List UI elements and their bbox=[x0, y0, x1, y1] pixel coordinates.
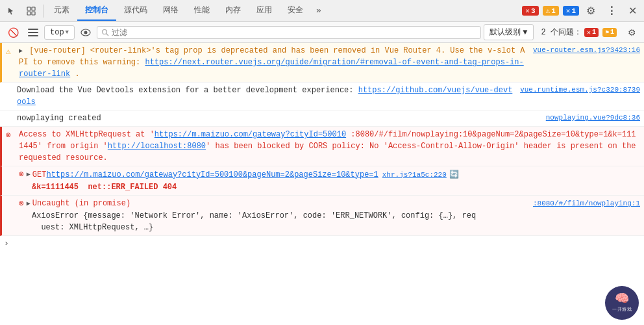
expand-arrow-1[interactable]: ▶ bbox=[19, 46, 23, 56]
context-label: top bbox=[50, 28, 64, 37]
log-row-warning-1: ⚠ ▶ [vue-router] <router-link>'s tag pro… bbox=[0, 43, 644, 83]
issues-error-count: 1 bbox=[592, 29, 596, 36]
svg-rect-4 bbox=[28, 29, 38, 30]
issues-count: 2 个问题： ✕ 1 ⚑ 1 bbox=[541, 27, 619, 38]
context-filter-btn[interactable]: top ▼ bbox=[44, 25, 75, 40]
log-text-nowplaying: nowplaying created bbox=[17, 112, 541, 124]
devtools-message: Download the Vue Devtools extension for … bbox=[17, 86, 358, 95]
close-devtools-btn[interactable]: ✕ bbox=[623, 2, 641, 20]
expand-arrow-get[interactable]: ▶ bbox=[27, 170, 31, 179]
tab-performance[interactable]: 性能 bbox=[186, 1, 217, 21]
axios-error-text: AxiosError {message: 'Network Error', na… bbox=[32, 211, 476, 220]
chevron-down-icon: ▼ bbox=[523, 28, 527, 37]
svg-rect-6 bbox=[28, 35, 38, 36]
cursor-icon-btn[interactable] bbox=[3, 2, 21, 20]
svg-point-9 bbox=[103, 29, 107, 34]
error-icon-get: ⊗ bbox=[19, 168, 24, 181]
tab-bar: 元素 控制台 源代码 网络 性能 内存 应用 安全 » bbox=[46, 1, 327, 21]
svg-point-8 bbox=[84, 31, 88, 34]
flag-icon: ⚑ bbox=[605, 29, 609, 36]
expand-arrow-axios[interactable]: ▶ bbox=[27, 199, 31, 209]
warn-count: 1 bbox=[551, 7, 556, 15]
info-x-icon: ✕ bbox=[566, 6, 571, 15]
filter-input[interactable] bbox=[112, 28, 477, 37]
log-row-error-get: ⊗ ▶ GET https://m.maizuo.com/gateway?cit… bbox=[0, 166, 644, 196]
net-error-text: &k=1111445 net::ERR_FAILED 404 bbox=[32, 183, 177, 192]
toggle-sidebar-icon-btn[interactable] bbox=[25, 24, 42, 41]
console-expand-row[interactable]: › bbox=[0, 236, 644, 251]
sep1 bbox=[43, 5, 43, 18]
tab-elements[interactable]: 元素 bbox=[46, 1, 77, 21]
source-link-get[interactable]: xhr.js?1a5c:220 bbox=[382, 170, 447, 181]
error-icon-cors: ⊗ bbox=[6, 129, 11, 142]
issues-warn-count: 1 bbox=[610, 29, 614, 36]
level-label: 默认级别 bbox=[489, 27, 521, 38]
log-text-cors: Access to XMLHttpRequest at 'https://m.m… bbox=[19, 129, 640, 164]
warning-period-1: . bbox=[75, 70, 79, 79]
issues-warn-badge: ⚑ 1 bbox=[602, 28, 617, 37]
svg-rect-2 bbox=[27, 12, 31, 15]
eye-icon-btn[interactable] bbox=[77, 24, 94, 41]
nowplaying-message: nowplaying created bbox=[17, 114, 101, 123]
level-select[interactable]: 默认级别 ▼ bbox=[484, 24, 533, 40]
expand-icon: › bbox=[4, 239, 9, 248]
chevron-down-icon: ▼ bbox=[66, 29, 69, 36]
info-count: 1 bbox=[571, 7, 576, 15]
get-url[interactable]: https://m.maizuo.com/gateway?cityId=5001… bbox=[46, 169, 378, 181]
cors-origin[interactable]: http://localhost:8080 bbox=[108, 142, 206, 151]
error-icon-small: ✕ bbox=[587, 29, 591, 36]
warn-triangle-icon: ⚠ bbox=[546, 6, 551, 15]
tab-sources[interactable]: 源代码 bbox=[116, 1, 155, 21]
tab-application[interactable]: 应用 bbox=[249, 1, 280, 21]
axios-error-text-2: uest: XMLHttpRequest, …} bbox=[32, 223, 153, 232]
error-x-icon: ✕ bbox=[525, 6, 530, 15]
warn-badge: ⚠ 1 bbox=[543, 6, 559, 16]
get-method: GET bbox=[32, 169, 47, 181]
brain-icon: 🧠 bbox=[615, 293, 629, 305]
error-badge: ✕ 3 bbox=[522, 6, 538, 16]
svg-line-10 bbox=[106, 33, 109, 36]
search-icon bbox=[101, 29, 109, 36]
source-link-nowplaying[interactable]: nowplaying.vue?9dc8:36 bbox=[546, 112, 640, 124]
tab-network[interactable]: 网络 bbox=[155, 1, 186, 21]
issues-error-badge: ✕ 1 bbox=[584, 28, 599, 37]
svg-rect-5 bbox=[28, 32, 38, 33]
log-row-info-2: nowplaying created nowplaying.vue?9dc8:3… bbox=[0, 110, 644, 127]
info-badge: ✕ 1 bbox=[563, 6, 579, 16]
svg-rect-1 bbox=[32, 7, 35, 10]
clear-console-icon-btn[interactable]: 🚫 bbox=[4, 23, 22, 42]
log-row-error-axios: ⊗ ▶ Uncaught (in promise) :8080/#/film/n… bbox=[0, 196, 644, 237]
svg-rect-3 bbox=[32, 12, 35, 15]
tab-security[interactable]: 安全 bbox=[280, 1, 311, 21]
watermark-label: 一开游戏 bbox=[612, 306, 632, 313]
error-icon-axios: ⊗ bbox=[19, 198, 24, 211]
log-row-info-1: Download the Vue Devtools extension for … bbox=[0, 83, 644, 110]
console-settings-icon-btn[interactable]: ⚙ bbox=[623, 24, 640, 41]
cors-url[interactable]: https://m.maizuo.com/gateway?cityId=5001… bbox=[155, 130, 346, 139]
log-text-1: ▶ [vue-router] <router-link>'s tag prop … bbox=[19, 45, 528, 80]
issues-text: 2 个问题： bbox=[541, 27, 582, 38]
source-link-axios[interactable]: :8080/#/film/nowplaying:1 bbox=[533, 198, 640, 209]
second-toolbar: 🚫 top ▼ 默认级别 ▼ 2 个问题： ✕ 1 ⚑ bbox=[0, 22, 644, 43]
source-link-devtools[interactable]: vue.runtime.esm.js?c320:8739 bbox=[520, 84, 640, 96]
log-text-devtools: Download the Vue Devtools extension for … bbox=[17, 84, 515, 108]
more-options-icon-btn[interactable]: ⋮ bbox=[602, 2, 621, 20]
console-content: ⚠ ▶ [vue-router] <router-link>'s tag pro… bbox=[0, 43, 644, 325]
cors-message: Access to XMLHttpRequest at ' bbox=[19, 130, 155, 139]
more-tabs[interactable]: » bbox=[311, 2, 327, 20]
tab-console[interactable]: 控制台 bbox=[77, 1, 116, 21]
settings-icon-btn[interactable]: ⚙ bbox=[582, 2, 600, 20]
reload-icon[interactable]: 🔄 bbox=[449, 169, 459, 181]
watermark: 🧠 一开游戏 bbox=[605, 286, 639, 320]
uncaught-text: Uncaught (in promise) bbox=[32, 198, 130, 209]
source-link-1[interactable]: vue-router.esm.js?3423:16 bbox=[533, 45, 640, 56]
svg-rect-0 bbox=[27, 7, 31, 10]
tab-memory[interactable]: 内存 bbox=[217, 1, 249, 21]
warning-icon-1: ⚠ bbox=[6, 46, 11, 58]
inspect-icon-btn[interactable] bbox=[22, 2, 40, 20]
top-toolbar: 元素 控制台 源代码 网络 性能 内存 应用 安全 » ✕ 3 ⚠ 1 ✕ 1 … bbox=[0, 0, 644, 22]
log-row-error-cors: ⊗ Access to XMLHttpRequest at 'https://m… bbox=[0, 127, 644, 166]
error-count: 3 bbox=[531, 7, 536, 15]
